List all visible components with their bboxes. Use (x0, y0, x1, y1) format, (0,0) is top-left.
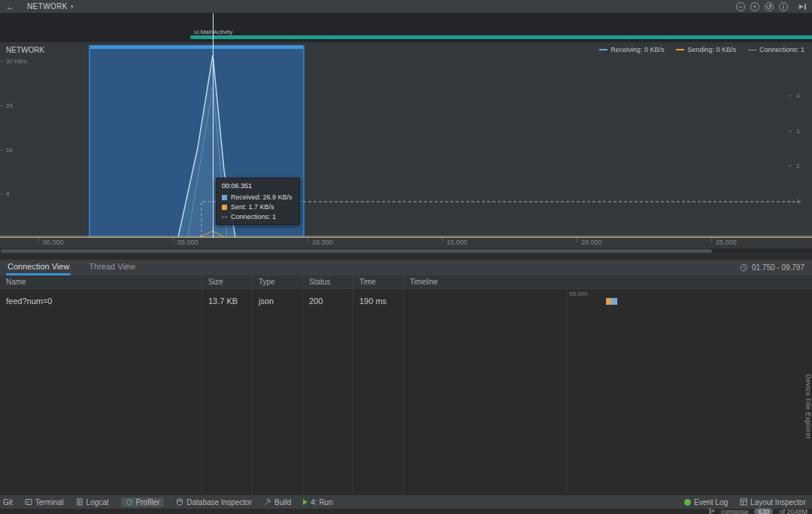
x-axis-tick (577, 238, 577, 242)
toolwindow-database-inspector[interactable]: Database Inspector (176, 498, 252, 506)
git-label: Git (3, 498, 13, 506)
column-divider[interactable] (353, 275, 353, 494)
back-icon[interactable]: ← (6, 2, 15, 11)
tooltip-connections-row: Connections: 1 (222, 213, 294, 221)
timeline-tick-label: 05.000 (569, 290, 587, 297)
x-axis-label: 10.000 (312, 239, 333, 246)
x-axis-label: 25.000 (716, 239, 737, 246)
play-icon: ▶ (799, 4, 804, 10)
column-divider[interactable] (302, 275, 303, 494)
column-header-name[interactable]: Name (6, 278, 26, 286)
table-row-name[interactable]: feed?num=0 (6, 297, 52, 306)
selection-range-indicator: 01.750 - 09.797 (740, 259, 804, 275)
profiler-label: Profiler (136, 498, 160, 506)
x-axis-tick (38, 238, 39, 242)
tooltip-sent-row: Sent: 1.7 KB/s (222, 203, 294, 211)
chart-tooltip: 00:06.351 Received: 26.9 KB/s Sent: 1.7 … (216, 178, 300, 225)
received-segment (611, 298, 617, 305)
tooltip-connections-value: Connections: 1 (231, 213, 276, 221)
zoom-out-icon[interactable]: − (736, 2, 745, 11)
network-chart-canvas[interactable] (0, 42, 812, 238)
memory-used-pill[interactable]: 630 (754, 508, 773, 514)
received-swatch-icon (222, 195, 227, 200)
logcat-label: Logcat (86, 498, 109, 506)
connection-table-header (0, 275, 812, 289)
tooltip-sent-value: Sent: 1.7 KB/s (231, 203, 274, 211)
event-log-icon (684, 499, 691, 506)
event-log-label: Event Log (694, 498, 728, 506)
chevron-down-icon: ▾ (71, 4, 74, 10)
layout-inspector-label: Layout Inspector (750, 498, 806, 506)
git-branch-icon (708, 508, 715, 514)
memory-total-label: of 2048M (779, 508, 807, 514)
table-row-size[interactable]: 13.7 KB (208, 297, 238, 306)
connection-tabs-bar: Connection View Thread View (0, 259, 812, 275)
column-header-type[interactable]: Type (259, 278, 275, 286)
go-live-bar (804, 4, 806, 10)
timeline-playhead[interactable] (213, 14, 214, 238)
profiler-toolbar: ← NETWORK ▾ − + ↺ i ▶ (0, 0, 812, 14)
scrollbar-thumb[interactable] (1, 249, 712, 253)
selection-range-text: 01.750 - 09.797 (752, 263, 804, 272)
terminal-label: Terminal (35, 498, 64, 506)
table-row-type[interactable]: json (259, 297, 274, 306)
clock-icon (740, 263, 748, 272)
column-divider[interactable] (252, 275, 253, 494)
database-inspector-label: Database Inspector (186, 498, 252, 506)
request-timeline-bar[interactable] (606, 298, 617, 305)
sent-swatch-icon (222, 205, 227, 210)
timeline-gridline (566, 289, 567, 494)
tooltip-received-value: Received: 26.9 KB/s (231, 193, 292, 201)
column-header-time[interactable]: Time (359, 278, 376, 286)
x-axis-tick (442, 238, 443, 242)
zoom-in-icon[interactable]: + (750, 2, 759, 11)
table-row-time[interactable]: 190 ms (359, 297, 386, 306)
tooltip-received-row: Received: 26.9 KB/s (222, 193, 294, 201)
toolwindow-logcat[interactable]: Logcat (76, 498, 109, 506)
build-label: Build (274, 498, 291, 506)
x-axis-tick (173, 238, 174, 242)
run-label: 4: Run (311, 498, 332, 506)
x-axis-label: 00.000 (43, 239, 64, 246)
column-header-size[interactable]: Size (208, 278, 223, 286)
toolwindow-profiler[interactable]: Profiler (121, 497, 165, 507)
activity-lifecycle-bar[interactable] (190, 35, 812, 39)
logcat-icon (76, 498, 83, 506)
column-header-timeline[interactable]: Timeline (410, 278, 438, 286)
run-play-icon (303, 499, 308, 505)
toolwindow-build[interactable]: Build (264, 498, 291, 506)
toolwindow-run[interactable]: 4: Run (303, 498, 332, 506)
column-divider[interactable] (201, 275, 202, 494)
toolwindow-device-file-explorer-tab[interactable]: Device File Explorer (804, 374, 812, 439)
zoom-to-selection-icon[interactable]: i (779, 2, 788, 11)
tab-connection-view[interactable]: Connection View (6, 260, 71, 275)
terminal-icon (25, 498, 32, 506)
reset-zoom-icon[interactable]: ↺ (765, 2, 774, 11)
event-log-button[interactable]: Event Log (684, 498, 728, 506)
column-header-status[interactable]: Status (309, 278, 330, 286)
session-selector[interactable]: NETWORK ▾ (27, 2, 74, 11)
timeline-scrollbar[interactable] (0, 248, 812, 254)
layout-inspector-button[interactable]: Layout Inspector (740, 498, 806, 506)
go-live-icon[interactable]: ▶ (799, 4, 806, 10)
tab-thread-view[interactable]: Thread View (87, 260, 137, 275)
toolwindow-terminal[interactable]: Terminal (25, 498, 64, 506)
bottom-right-widgets: compose 630 of 2048M (708, 508, 807, 514)
build-hammer-icon (264, 498, 271, 506)
x-axis-label: 15.000 (447, 239, 468, 246)
x-axis-tick (308, 238, 308, 242)
x-axis-label: 05.000 (177, 239, 198, 246)
toolwindow-git[interactable]: Git (3, 498, 13, 506)
profiler-icon (126, 498, 133, 506)
table-row-status[interactable]: 200 (309, 297, 323, 306)
git-branch-widget[interactable]: compose (721, 508, 749, 514)
tooltip-timestamp: 00:06.351 (222, 182, 294, 190)
android-studio-profiler-window: ← NETWORK ▾ − + ↺ i ▶ ui.MainActivity NE… (0, 0, 812, 514)
session-label: NETWORK (27, 2, 68, 11)
status-bar-right: Event Log Layout Inspector (684, 498, 806, 506)
x-axis-tick (711, 238, 712, 242)
column-divider[interactable] (403, 275, 404, 494)
connections-dash-icon (222, 217, 227, 217)
database-icon (176, 498, 183, 506)
connection-table-body[interactable] (0, 289, 812, 494)
